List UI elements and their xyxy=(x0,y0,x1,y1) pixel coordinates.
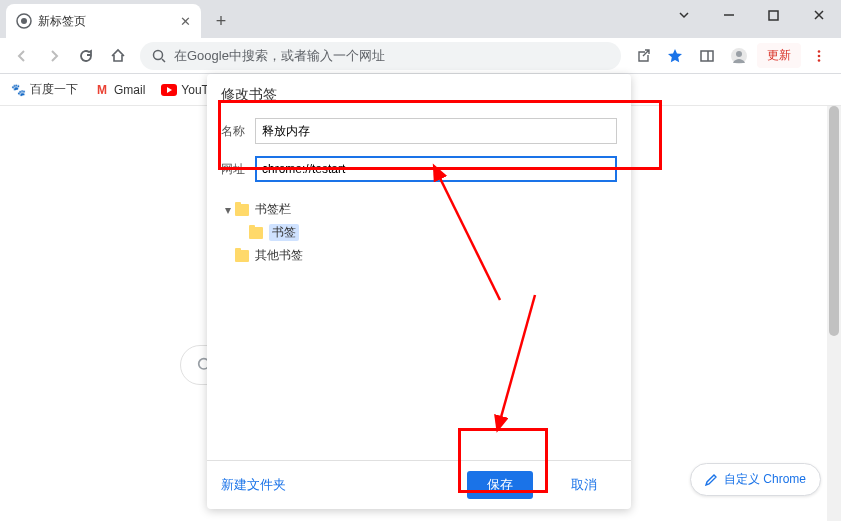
omnibox-placeholder: 在Google中搜索，或者输入一个网址 xyxy=(174,47,385,65)
bookmark-star-icon[interactable] xyxy=(661,42,689,70)
forward-button[interactable] xyxy=(40,42,68,70)
tab-title: 新标签页 xyxy=(38,13,180,30)
url-input[interactable] xyxy=(255,156,617,182)
svg-point-12 xyxy=(818,59,821,62)
bookmark-item-gmail[interactable]: M Gmail xyxy=(94,82,145,98)
name-row: 名称 xyxy=(221,118,617,144)
youtube-icon xyxy=(161,82,177,98)
svg-line-5 xyxy=(162,59,165,62)
tree-row-bookmarks[interactable]: 书签 xyxy=(221,221,617,244)
bookmark-item-baidu[interactable]: 🐾 百度一下 xyxy=(10,81,78,98)
profile-icon[interactable] xyxy=(725,42,753,70)
window-maximize-icon[interactable] xyxy=(751,0,796,30)
svg-point-11 xyxy=(818,54,821,57)
customize-chrome-button[interactable]: 自定义 Chrome xyxy=(690,463,821,496)
home-button[interactable] xyxy=(104,42,132,70)
name-input[interactable] xyxy=(255,118,617,144)
edit-bookmark-dialog: 修改书签 名称 网址 ▾ 书签栏 书签 其他书签 xyxy=(207,74,631,509)
bookmark-label: 百度一下 xyxy=(30,81,78,98)
tree-label: 其他书签 xyxy=(255,247,303,264)
gmail-icon: M xyxy=(94,82,110,98)
url-label: 网址 xyxy=(221,161,255,178)
caret-down-icon[interactable]: ▾ xyxy=(221,203,235,217)
svg-point-10 xyxy=(818,50,821,53)
folder-tree: ▾ 书签栏 书签 其他书签 xyxy=(221,198,617,267)
dialog-footer: 新建文件夹 保存 取消 xyxy=(207,460,631,509)
chrome-favicon-icon xyxy=(16,13,32,29)
update-button[interactable]: 更新 xyxy=(757,43,801,68)
window-close-icon[interactable] xyxy=(796,0,841,30)
folder-icon xyxy=(235,250,249,262)
toolbar: 在Google中搜索，或者输入一个网址 更新 xyxy=(0,38,841,74)
url-row: 网址 xyxy=(221,156,617,182)
new-tab-button[interactable]: + xyxy=(207,7,235,35)
new-folder-button[interactable]: 新建文件夹 xyxy=(221,476,286,494)
svg-point-9 xyxy=(736,51,742,57)
menu-icon[interactable] xyxy=(805,42,833,70)
tree-row-bookmarks-bar[interactable]: ▾ 书签栏 xyxy=(221,198,617,221)
share-icon[interactable] xyxy=(629,42,657,70)
tab-close-icon[interactable]: ✕ xyxy=(180,14,191,29)
save-button[interactable]: 保存 xyxy=(467,471,533,499)
cancel-button[interactable]: 取消 xyxy=(551,471,617,499)
titlebar: 新标签页 ✕ + xyxy=(0,0,841,38)
tree-label: 书签栏 xyxy=(255,201,291,218)
side-panel-icon[interactable] xyxy=(693,42,721,70)
folder-icon xyxy=(235,204,249,216)
scrollbar-thumb[interactable] xyxy=(829,106,839,336)
search-icon xyxy=(152,49,166,63)
window-dropdown-icon[interactable] xyxy=(661,0,706,30)
browser-tab[interactable]: 新标签页 ✕ xyxy=(6,4,201,38)
back-button[interactable] xyxy=(8,42,36,70)
pencil-icon xyxy=(705,473,718,486)
svg-rect-3 xyxy=(769,11,778,20)
baidu-icon: 🐾 xyxy=(10,82,26,98)
scrollbar-track[interactable] xyxy=(827,106,841,521)
svg-point-4 xyxy=(154,50,163,59)
name-label: 名称 xyxy=(221,123,255,140)
window-controls xyxy=(661,0,841,30)
customize-label: 自定义 Chrome xyxy=(724,471,806,488)
window-minimize-icon[interactable] xyxy=(706,0,751,30)
folder-icon xyxy=(249,227,263,239)
svg-point-1 xyxy=(21,18,27,24)
svg-rect-6 xyxy=(701,51,713,61)
tree-label: 书签 xyxy=(269,224,299,241)
reload-button[interactable] xyxy=(72,42,100,70)
omnibox[interactable]: 在Google中搜索，或者输入一个网址 xyxy=(140,42,621,70)
dialog-title: 修改书签 xyxy=(207,74,631,112)
dialog-body: 名称 网址 ▾ 书签栏 书签 其他书签 xyxy=(207,112,631,460)
bookmark-label: Gmail xyxy=(114,83,145,97)
tree-row-other-bookmarks[interactable]: 其他书签 xyxy=(221,244,617,267)
